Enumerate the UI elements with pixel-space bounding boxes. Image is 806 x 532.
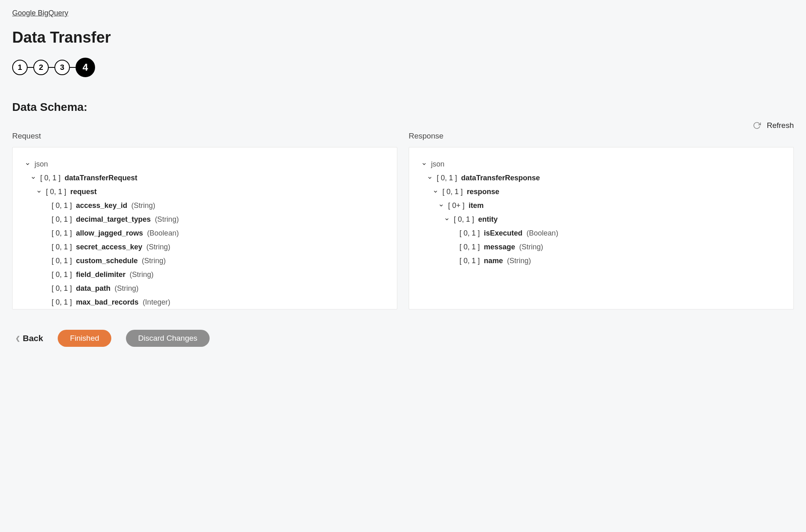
field-type: (String) [130, 270, 154, 279]
field-name: isExecuted [484, 229, 522, 238]
response-tree-row[interactable]: [ 0, 1 ] response [433, 185, 781, 199]
field-name: json [431, 160, 444, 169]
cardinality-label: [ 0, 1 ] [459, 229, 480, 238]
request-tree-row[interactable]: json [25, 157, 385, 171]
response-tree-row: [ 0, 1 ] isExecuted (Boolean) [450, 226, 781, 240]
step-connector [70, 67, 76, 68]
request-tree-row: [ 0, 1 ] custom_schedule (String) [42, 254, 385, 268]
step-connector [49, 67, 54, 68]
step-connector [28, 67, 33, 68]
cardinality-label: [ 0, 1 ] [52, 215, 72, 224]
chevron-down-icon[interactable] [433, 189, 438, 194]
field-type: (String) [507, 257, 531, 265]
cardinality-label: [ 0, 1 ] [442, 188, 463, 196]
response-column-title: Response [409, 132, 794, 141]
request-tree-row: [ 0, 1 ] max_bad_records (Integer) [42, 295, 385, 309]
response-panel: json[ 0, 1 ] dataTransferResponse[ 0, 1 … [409, 147, 794, 309]
request-tree-row: [ 0, 1 ] secret_access_key (String) [42, 240, 385, 254]
request-tree-row: [ 0, 1 ] data_path (String) [42, 281, 385, 295]
response-tree-row: [ 0, 1 ] message (String) [450, 240, 781, 254]
response-tree-row[interactable]: [ 0+ ] item [438, 199, 781, 212]
page-title: Data Transfer [12, 29, 794, 46]
chevron-down-icon[interactable] [25, 162, 30, 167]
field-name: allow_jagged_rows [76, 229, 143, 238]
chevron-down-icon[interactable] [30, 175, 36, 180]
field-name: name [484, 257, 503, 265]
field-name: data_path [76, 284, 110, 293]
request-tree-row: [ 0, 1 ] allow_jagged_rows (Boolean) [42, 226, 385, 240]
chevron-down-icon[interactable] [36, 189, 42, 194]
refresh-action[interactable]: Refresh [12, 121, 794, 130]
cardinality-label: [ 0+ ] [448, 201, 465, 210]
field-name: max_bad_records [76, 298, 139, 307]
breadcrumb-link[interactable]: Google BigQuery [12, 9, 68, 17]
chevron-down-icon[interactable] [438, 203, 444, 208]
request-tree-row: [ 0, 1 ] field_delimiter (String) [42, 268, 385, 281]
field-type: (Boolean) [147, 229, 179, 238]
chevron-down-icon[interactable] [421, 162, 427, 167]
request-tree-row[interactable]: [ 0, 1 ] dataTransferRequest [30, 171, 385, 185]
field-name: custom_schedule [76, 257, 138, 265]
cardinality-label: [ 0, 1 ] [46, 188, 66, 196]
field-type: (Boolean) [526, 229, 558, 238]
field-name: dataTransferRequest [65, 174, 137, 182]
request-column-title: Request [12, 132, 397, 141]
response-tree-row[interactable]: [ 0, 1 ] dataTransferResponse [427, 171, 781, 185]
cardinality-label: [ 0, 1 ] [52, 201, 72, 210]
response-tree-row: [ 0, 1 ] name (String) [450, 254, 781, 268]
field-name: request [70, 188, 97, 196]
response-tree-row[interactable]: json [421, 157, 781, 171]
cardinality-label: [ 0, 1 ] [40, 174, 61, 182]
chevron-down-icon[interactable] [444, 217, 450, 222]
stepper: 1 2 3 4 [12, 58, 794, 77]
back-link[interactable]: ❮ Back [15, 333, 43, 343]
cardinality-label: [ 0, 1 ] [454, 215, 474, 224]
response-tree-row[interactable]: [ 0, 1 ] entity [444, 212, 781, 226]
cardinality-label: [ 0, 1 ] [52, 298, 72, 307]
field-name: entity [478, 215, 498, 224]
field-name: access_key_id [76, 201, 127, 210]
field-name: decimal_target_types [76, 215, 151, 224]
field-type: (String) [131, 201, 155, 210]
step-1[interactable]: 1 [12, 60, 28, 75]
request-tree-row: [ 0, 1 ] access_key_id (String) [42, 199, 385, 212]
cardinality-label: [ 0, 1 ] [52, 229, 72, 238]
field-type: (String) [146, 243, 170, 251]
chevron-down-icon[interactable] [427, 175, 433, 180]
field-name: response [467, 188, 499, 196]
request-tree-row: [ 0, 1 ] allow_quoted_newlines (Boolean) [42, 309, 385, 309]
discard-changes-button[interactable]: Discard Changes [126, 330, 210, 347]
step-4-active[interactable]: 4 [76, 58, 95, 77]
back-label: Back [23, 333, 43, 343]
refresh-icon [753, 121, 761, 130]
cardinality-label: [ 0, 1 ] [52, 257, 72, 265]
request-tree-row[interactable]: [ 0, 1 ] request [36, 185, 385, 199]
refresh-label: Refresh [767, 121, 794, 130]
step-2[interactable]: 2 [33, 60, 49, 75]
cardinality-label: [ 0, 1 ] [52, 284, 72, 293]
field-name: item [469, 201, 484, 210]
field-type: (Integer) [143, 298, 170, 307]
field-name: json [35, 160, 48, 169]
section-title: Data Schema: [12, 101, 794, 114]
cardinality-label: [ 0, 1 ] [459, 243, 480, 251]
field-name: field_delimiter [76, 270, 126, 279]
field-type: (String) [115, 284, 139, 293]
finished-button[interactable]: Finished [58, 330, 111, 347]
field-name: dataTransferResponse [461, 174, 540, 182]
request-tree-row: [ 0, 1 ] decimal_target_types (String) [42, 212, 385, 226]
cardinality-label: [ 0, 1 ] [52, 270, 72, 279]
cardinality-label: [ 0, 1 ] [52, 243, 72, 251]
request-panel: json[ 0, 1 ] dataTransferRequest[ 0, 1 ]… [12, 147, 397, 309]
field-name: message [484, 243, 515, 251]
field-name: secret_access_key [76, 243, 142, 251]
cardinality-label: [ 0, 1 ] [459, 257, 480, 265]
field-type: (String) [519, 243, 543, 251]
chevron-left-icon: ❮ [15, 335, 20, 342]
field-type: (String) [142, 257, 166, 265]
step-3[interactable]: 3 [54, 60, 70, 75]
field-type: (String) [155, 215, 179, 224]
cardinality-label: [ 0, 1 ] [437, 174, 457, 182]
